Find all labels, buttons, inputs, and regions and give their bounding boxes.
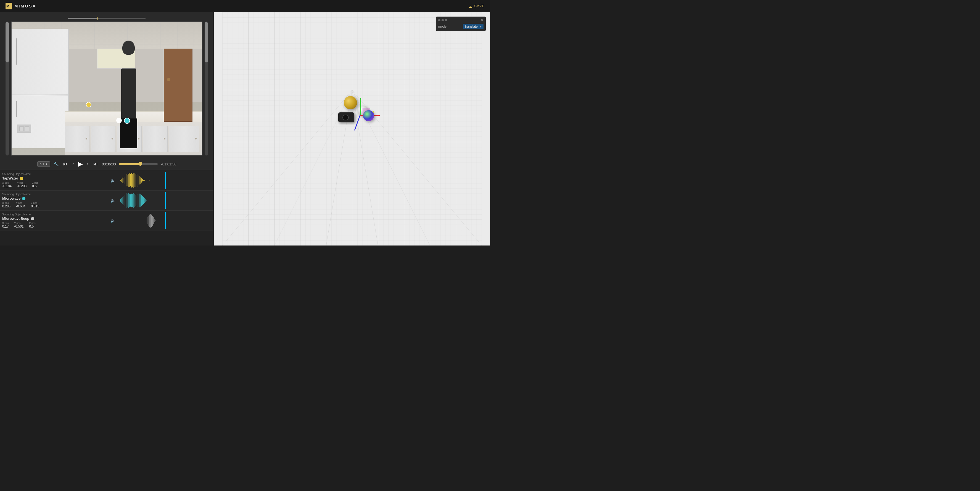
left-scrollbar[interactable]: [6, 22, 9, 156]
svg-rect-26: [140, 177, 141, 184]
track-name-row-microwave: Microwave: [2, 196, 107, 200]
svg-rect-68: [152, 216, 153, 226]
dispenser-cup-2: [25, 127, 29, 131]
speed-value: 5.1: [40, 162, 45, 166]
camera-lens: [342, 114, 349, 121]
playhead-slider[interactable]: [119, 163, 158, 165]
svg-rect-18: [133, 173, 134, 188]
camera-object[interactable]: [338, 113, 354, 122]
save-icon: [469, 4, 473, 8]
track-info-microwavebeep: Sounding Object Name MicrowaveBeep X-pos…: [2, 213, 107, 228]
speed-badge[interactable]: 5.1 ▼: [37, 161, 51, 167]
cabinet-door-2: [91, 126, 115, 152]
table-row: Sounding Object Name Microwave X-pos 0.2…: [0, 191, 213, 211]
track-volume-tapwater[interactable]: 🔈: [110, 178, 116, 183]
fridge-bottom: [11, 96, 68, 149]
svg-rect-10: [126, 175, 126, 185]
yellow-sphere[interactable]: [344, 96, 357, 110]
logo-area: M MIMOSA: [6, 3, 37, 10]
track-color-dot-microwave[interactable]: [22, 197, 25, 200]
svg-rect-29: [143, 180, 144, 181]
viewport-3d[interactable]: ✕ mode translate rotate scale ▼: [214, 12, 490, 246]
svg-rect-51: [137, 195, 137, 206]
track-name-row-microwavebeep: MicrowaveBeep: [2, 216, 107, 221]
coord-x-microwavebeep: X-pos 0.17: [2, 222, 9, 228]
mode-label: mode: [438, 25, 447, 29]
controls-row: 5.1 ▼ 🔧 ⏮ ‹ ▶ › ⏭ 00:36:00 -01:01:56: [0, 158, 213, 170]
multicolor-sphere[interactable]: [363, 110, 374, 121]
playhead-line-tapwater: [165, 172, 166, 189]
mode-select[interactable]: translate rotate scale: [463, 24, 484, 29]
progress-bar-track[interactable]: [68, 17, 146, 19]
fridge-top-handle: [16, 38, 17, 64]
svg-rect-35: [122, 197, 123, 204]
play-button[interactable]: ▶: [78, 160, 83, 168]
track-waveform-microwavebeep: [119, 212, 211, 229]
settings-icon[interactable]: 🔧: [54, 162, 59, 167]
playhead-line-microwave: [165, 192, 166, 209]
speed-chevron: ▼: [45, 163, 48, 165]
coord-y-tapwater: Y-pos -0.203: [17, 181, 27, 188]
cabinet-door-1: [65, 126, 89, 152]
svg-rect-63: [148, 217, 148, 224]
track-volume-microwave[interactable]: 🔈: [110, 198, 116, 203]
coord-x-tapwater: X-pos -0.184: [2, 181, 11, 188]
svg-rect-23: [138, 174, 138, 187]
svg-rect-57: [142, 196, 143, 205]
svg-rect-25: [140, 176, 140, 184]
track-coords-tapwater: X-pos -0.184 Y-pos -0.203 Z-pos 0.5: [2, 181, 107, 188]
track-volume-microwavebeep[interactable]: 🔈: [110, 218, 116, 223]
svg-rect-48: [134, 194, 134, 207]
gizmo-y-axis: [360, 98, 361, 115]
mode-row: mode translate rotate scale ▼: [438, 24, 484, 29]
svg-rect-32: [149, 180, 150, 181]
track-color-dot-tapwater[interactable]: [20, 177, 23, 180]
right-scrollbar[interactable]: [205, 22, 208, 156]
track-name-label-2: Sounding Object Name: [2, 193, 107, 196]
playhead-thumb: [138, 162, 142, 166]
progress-bar-container: [11, 17, 202, 19]
track-name-microwave: Microwave: [2, 196, 21, 200]
svg-rect-9: [125, 176, 126, 184]
mode-panel-header: ✕: [438, 18, 484, 22]
svg-rect-55: [140, 194, 141, 207]
svg-rect-69: [153, 217, 154, 224]
svg-rect-53: [138, 194, 139, 207]
svg-text:M: M: [6, 4, 10, 8]
mode-dot-1: [438, 19, 441, 21]
svg-rect-45: [131, 194, 132, 207]
track-waveform-tapwater: [119, 172, 211, 189]
mode-close-button[interactable]: ✕: [481, 18, 484, 22]
video-container: [0, 12, 213, 158]
track-waveform-microwave: [119, 192, 211, 209]
svg-rect-40: [127, 193, 127, 208]
time-display: 00:36:00: [102, 162, 116, 166]
kitchen-scene: [11, 22, 202, 155]
objects-layer: [214, 12, 490, 246]
track-dot-tapwater: [86, 102, 91, 107]
left-scrollbar-thumb: [6, 22, 9, 62]
svg-rect-19: [134, 173, 134, 187]
skip-to-end-button[interactable]: ⏭: [92, 161, 99, 167]
svg-rect-56: [142, 195, 142, 206]
left-panel: 5.1 ▼ 🔧 ⏮ ‹ ▶ › ⏭ 00:36:00 -01:01:56 Sou…: [0, 12, 214, 246]
fridge-bottom-handle: [16, 101, 17, 117]
playhead-line-microwavebeep: [165, 212, 166, 229]
svg-rect-46: [132, 194, 133, 207]
track-color-dot-microwavebeep[interactable]: [31, 217, 34, 220]
step-back-button[interactable]: ‹: [72, 161, 75, 167]
svg-rect-34: [121, 198, 122, 203]
time-remaining: -01:01:56: [161, 162, 176, 166]
svg-rect-7: [123, 178, 123, 183]
cabinet-door-4: [143, 126, 168, 152]
skip-to-start-button[interactable]: ⏮: [62, 161, 68, 167]
svg-rect-60: [145, 199, 146, 202]
dispenser-cup-1: [19, 127, 24, 131]
svg-rect-37: [124, 195, 124, 206]
track-dot-microwave: [124, 118, 130, 124]
save-button[interactable]: SAVE: [469, 4, 485, 8]
svg-rect-58: [143, 197, 144, 204]
step-forward-button[interactable]: ›: [86, 161, 89, 167]
topbar: M MIMOSA SAVE: [0, 0, 490, 12]
svg-rect-22: [137, 174, 137, 186]
